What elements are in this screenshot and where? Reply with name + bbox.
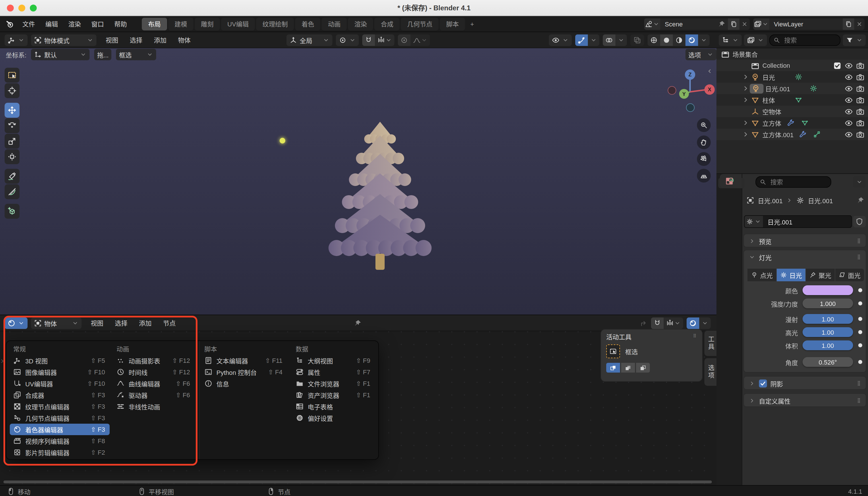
gizmo-y-axis[interactable]: Y bbox=[679, 89, 689, 99]
viewlayer-remove-button[interactable] bbox=[854, 21, 865, 28]
light-type-button[interactable]: 点光 bbox=[747, 269, 776, 281]
overlays-dropdown[interactable] bbox=[616, 34, 627, 46]
scene-name[interactable]: Scene bbox=[660, 21, 717, 28]
viewport-menu-item[interactable]: 添加 bbox=[148, 32, 172, 48]
checkbox-icon[interactable] bbox=[833, 61, 841, 70]
expand-chevron-icon[interactable] bbox=[742, 73, 750, 81]
checkbox-icon[interactable] bbox=[833, 73, 841, 81]
show-gizmo-toggle[interactable] bbox=[575, 34, 588, 46]
topbar-menu-item[interactable]: 编辑 bbox=[40, 16, 63, 32]
expand-chevron-icon[interactable] bbox=[742, 96, 750, 104]
show-overlays-toggle[interactable] bbox=[603, 34, 616, 46]
drag-mode-button[interactable]: 拖... bbox=[94, 49, 111, 60]
shader-snap-target-dropdown[interactable] bbox=[664, 317, 683, 329]
tool-annotate[interactable] bbox=[4, 169, 19, 184]
gizmo-minus-z-axis[interactable] bbox=[686, 103, 695, 112]
workspace-tab[interactable]: 脚本 bbox=[440, 17, 465, 30]
specular-value[interactable]: 1.00 bbox=[803, 327, 853, 337]
fake-user-button[interactable] bbox=[853, 216, 866, 227]
proportional-falloff-dropdown[interactable] bbox=[410, 34, 430, 46]
eye-icon[interactable] bbox=[844, 73, 853, 81]
camera-visibility-icon[interactable] bbox=[856, 73, 865, 81]
camera-visibility-icon[interactable] bbox=[856, 84, 865, 93]
outliner-editor-type-button[interactable] bbox=[719, 34, 742, 46]
light-panel-header[interactable]: 灯光⣿ bbox=[744, 250, 866, 264]
outliner-filter-dropdown[interactable] bbox=[843, 34, 866, 46]
pin-icon[interactable] bbox=[717, 20, 726, 28]
gizmo-minus-x-axis[interactable] bbox=[668, 86, 676, 95]
editor-menu-item[interactable]: 3D 视图⇧ F5 bbox=[10, 355, 110, 366]
viewport-menu-item[interactable]: 选择 bbox=[124, 32, 148, 48]
xray-toggle[interactable] bbox=[630, 34, 644, 46]
shader-mode-dropdown[interactable]: 物体 bbox=[31, 317, 81, 329]
camera-visibility-icon[interactable] bbox=[856, 96, 865, 104]
editor-menu-item[interactable]: 曲线编辑器⇧ F6 bbox=[113, 378, 195, 389]
editor-menu-item[interactable]: 合成器⇧ F3 bbox=[10, 389, 110, 401]
editor-menu-item[interactable]: 着色器编辑器⇧ F3 bbox=[10, 424, 110, 435]
outliner-row-scene-collection[interactable]: 场景集合 bbox=[716, 48, 868, 60]
workspace-tab[interactable]: 布局 bbox=[142, 17, 167, 30]
sidebar-tab-options[interactable]: 选项 bbox=[704, 358, 717, 386]
editor-menu-item[interactable]: 纹理节点编辑器⇧ F3 bbox=[10, 401, 110, 412]
select-mode-dropdown[interactable]: 框选 bbox=[116, 49, 156, 60]
eye-icon[interactable] bbox=[844, 107, 853, 116]
mode-dropdown[interactable]: 物体模式 bbox=[31, 34, 96, 46]
preview-panel[interactable]: 预览⣿ bbox=[743, 234, 866, 247]
tool-select-box[interactable] bbox=[4, 68, 19, 83]
viewport-canvas[interactable]: Z X Y bbox=[0, 61, 716, 314]
topbar-menu-item[interactable]: 帮助 bbox=[109, 16, 132, 32]
strength-value[interactable]: 1.000 bbox=[803, 298, 853, 308]
editor-menu-item[interactable]: 大纲视图⇧ F9 bbox=[292, 355, 375, 366]
sidebar-collapse-arrow[interactable] bbox=[706, 68, 713, 75]
camera-view-button[interactable] bbox=[697, 152, 711, 166]
workspace-tab[interactable]: UV编辑 bbox=[221, 17, 255, 30]
properties-search-input[interactable] bbox=[769, 178, 827, 186]
workspace-tab[interactable]: 动画 bbox=[322, 17, 347, 30]
horizontal-scrollbar[interactable] bbox=[3, 480, 712, 483]
light-data-browse-button[interactable] bbox=[745, 216, 763, 227]
panel-grip-icon[interactable]: ⣿ bbox=[857, 382, 861, 385]
viewlayer-browse-button[interactable] bbox=[753, 18, 769, 30]
shadow-panel[interactable]: 阴影⣿ bbox=[743, 376, 866, 390]
gizmo-dropdown[interactable] bbox=[588, 34, 599, 46]
editor-menu-item[interactable]: 动画摄影表⇧ F12 bbox=[113, 355, 195, 366]
tool-rotate[interactable] bbox=[4, 118, 19, 133]
snap-toggle[interactable] bbox=[362, 34, 375, 46]
camera-visibility-icon[interactable] bbox=[856, 119, 865, 127]
tool-measure[interactable] bbox=[4, 184, 19, 199]
tool-scale[interactable] bbox=[4, 134, 19, 149]
animate-dot[interactable] bbox=[858, 301, 862, 306]
eye-icon[interactable] bbox=[844, 96, 853, 104]
workspace-tab[interactable]: 建模 bbox=[168, 17, 193, 30]
shader-menu-item[interactable]: 节点 bbox=[157, 315, 182, 331]
scene-browse-button[interactable] bbox=[644, 18, 660, 30]
tree-model[interactable] bbox=[319, 114, 441, 280]
editor-menu-item[interactable]: 时间线⇧ F12 bbox=[113, 366, 195, 378]
outliner-row[interactable]: 柱体 bbox=[716, 94, 868, 106]
expand-chevron-icon[interactable] bbox=[742, 107, 750, 115]
sidebar-tab-tool[interactable]: 工具 bbox=[704, 330, 717, 356]
eye-icon[interactable] bbox=[844, 61, 853, 70]
volume-value[interactable]: 1.00 bbox=[803, 340, 853, 350]
checkbox-icon[interactable] bbox=[833, 84, 841, 93]
outliner-row[interactable]: 立方体.001 bbox=[716, 128, 868, 140]
breadcrumb-data-name[interactable]: 日光.001 bbox=[808, 196, 833, 205]
perspective-toggle-button[interactable] bbox=[697, 169, 711, 183]
eye-icon[interactable] bbox=[844, 130, 853, 139]
viewlayer-copy-button[interactable] bbox=[843, 18, 854, 30]
camera-visibility-icon[interactable] bbox=[856, 107, 865, 116]
breadcrumb-object-name[interactable]: 日光.001 bbox=[758, 196, 783, 205]
shader-menu-item[interactable]: 选择 bbox=[109, 315, 133, 331]
outliner-row[interactable]: Collection bbox=[716, 60, 868, 71]
panel-grip-icon[interactable]: ⠿ bbox=[693, 335, 697, 338]
outliner-search[interactable] bbox=[769, 34, 840, 46]
workspace-tab[interactable]: 渲染 bbox=[348, 17, 373, 30]
editor-menu-item[interactable]: 图像编辑器⇧ F10 bbox=[10, 366, 110, 378]
workspace-tab[interactable]: 着色 bbox=[295, 17, 321, 30]
custom-properties-panel[interactable]: 自定义属性⣿ bbox=[743, 393, 866, 407]
animate-dot[interactable] bbox=[858, 288, 862, 292]
editor-menu-item[interactable]: 信息 bbox=[201, 378, 287, 389]
light-object-dot[interactable] bbox=[280, 138, 285, 143]
pan-button[interactable] bbox=[697, 136, 711, 149]
workspace-tab[interactable]: 合成 bbox=[375, 17, 400, 30]
